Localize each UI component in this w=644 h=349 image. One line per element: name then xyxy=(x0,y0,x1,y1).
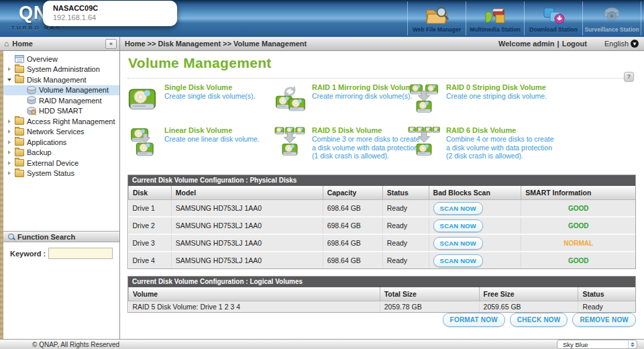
folder-icon xyxy=(14,117,24,125)
check-now-button[interactable]: CHECK NOW xyxy=(510,313,568,327)
raid0-icon xyxy=(408,82,440,115)
scan-now-button[interactable]: SCAN NOW xyxy=(433,237,483,250)
chevron-right-icon xyxy=(8,161,11,165)
function-search-header: Function Search xyxy=(3,231,119,242)
sidebar-item-hdd-smart[interactable]: HDD SMART xyxy=(3,106,119,117)
keyword-input[interactable] xyxy=(48,248,113,259)
station-download[interactable]: Download Station xyxy=(524,1,582,36)
volume-options: Single Disk Volume Create single disk vo… xyxy=(126,82,639,160)
welcome-text: Welcome admin xyxy=(498,40,555,48)
sidebar-item-volume-management[interactable]: Volume Management xyxy=(3,85,119,96)
folder-open-icon xyxy=(14,76,24,83)
logout-link[interactable]: Logout xyxy=(562,40,587,48)
scan-now-button[interactable]: SCAN NOW xyxy=(433,254,483,267)
col-total-size: Total Size xyxy=(380,287,479,301)
smart-status: GOOD xyxy=(521,217,635,234)
language-selector[interactable]: English ▼ xyxy=(604,40,639,48)
scan-now-button[interactable]: SCAN NOW xyxy=(433,219,483,232)
copyright-text: © QNAP, All Rights Reserved xyxy=(32,341,119,348)
disk-icon xyxy=(26,86,36,95)
sidebar-item-external-device[interactable]: External Device xyxy=(3,158,119,168)
table-row: Drive 4 SAMSUNG HD753LJ 1AA0 698.64 GB R… xyxy=(129,252,636,268)
multimedia-station-icon xyxy=(483,5,507,25)
sidebar-item-applications[interactable]: Applications xyxy=(3,137,119,148)
physical-disks-caption: Current Disk Volume Configuration : Phys… xyxy=(128,175,635,186)
breadcrumb[interactable]: Home >> Disk Management >> Volume Manage… xyxy=(125,40,307,48)
folder-icon xyxy=(14,159,24,166)
sidebar: Overview System Administration Disk Mana… xyxy=(3,51,120,339)
sidebar-collapse-button[interactable]: « xyxy=(105,39,117,49)
raid1-icon xyxy=(274,82,306,115)
col-status: Status xyxy=(382,186,429,200)
folder-icon xyxy=(14,170,24,177)
col-smart: SMART Information xyxy=(521,186,635,200)
sidebar-item-raid-management[interactable]: RAID Management xyxy=(3,95,119,106)
option-raid5[interactable]: RAID 5 Disk Volume Combine 3 or more dis… xyxy=(274,125,408,160)
option-raid1-mirroring[interactable]: RAID 1 Mirroring Disk Volume Create mirr… xyxy=(274,82,408,115)
table-row: Drive 1 SAMSUNG HD753LJ 1AA0 698.64 GB R… xyxy=(129,200,636,217)
language-dropdown-icon: ▼ xyxy=(631,40,639,48)
title-divider xyxy=(127,78,632,79)
breadcrumb-bar: Home >> Disk Management >> Volume Manage… xyxy=(120,37,644,51)
sidebar-item-system-status[interactable]: System Status xyxy=(3,168,119,179)
download-station-icon xyxy=(541,5,566,25)
folder-icon xyxy=(14,66,24,73)
col-free-size: Free Size xyxy=(479,287,578,301)
device-ip: 192.168.1.64 xyxy=(53,13,177,21)
help-button[interactable]: ? xyxy=(624,72,634,82)
web-file-manager-icon xyxy=(425,5,449,25)
sidebar-item-access-right-management[interactable]: Access Right Management xyxy=(3,116,119,127)
disk-search-icon xyxy=(26,107,36,115)
overview-icon xyxy=(14,55,24,63)
main-content: Volume Management ? Single Disk Volume C… xyxy=(121,51,644,339)
station-surveillance: Surveillance Station xyxy=(582,1,641,36)
smart-status: GOOD xyxy=(521,200,635,217)
folder-icon xyxy=(14,128,24,136)
remove-now-button[interactable]: REMOVE NOW xyxy=(572,313,636,327)
chevron-right-icon xyxy=(8,119,11,123)
function-search-title: Function Search xyxy=(17,233,75,241)
sidebar-item-disk-management[interactable]: Disk Management xyxy=(3,74,119,85)
option-single-disk-volume[interactable]: Single Disk Volume Create single disk vo… xyxy=(126,82,274,115)
single-disk-icon xyxy=(126,82,158,115)
surveillance-station-icon xyxy=(600,5,624,25)
format-now-button[interactable]: FORMAT NOW xyxy=(443,313,505,327)
chevron-right-icon xyxy=(8,67,11,71)
home-icon: ⌂ xyxy=(4,39,9,48)
keyword-label: Keyword : xyxy=(10,250,46,258)
top-banner: QNAP TURBO NAS Web File Manager Multimed… xyxy=(0,0,644,37)
station-web-file-manager[interactable]: Web File Manager xyxy=(407,1,466,36)
scan-now-button[interactable]: SCAN NOW xyxy=(433,202,483,215)
option-raid0-striping[interactable]: RAID 0 Striping Disk Volume Create one s… xyxy=(408,82,625,115)
sidebar-item-overview[interactable]: Overview xyxy=(3,54,119,64)
chevron-right-icon xyxy=(8,150,11,154)
raid5-icon xyxy=(274,125,306,158)
divider: | xyxy=(557,40,559,48)
sidebar-item-network-services[interactable]: Network Services xyxy=(3,127,119,138)
device-tooltip: NASACC09C 192.168.1.64 xyxy=(43,1,177,26)
physical-disks-table: Current Disk Volume Configuration : Phys… xyxy=(127,174,636,269)
table-row: Drive 3 SAMSUNG HD753LJ 1AA0 698.64 GB R… xyxy=(129,234,636,252)
col-bad-blocks: Bad Blocks Scan xyxy=(429,186,521,200)
folder-icon xyxy=(14,138,24,146)
col-disk: Disk xyxy=(129,186,172,200)
chevron-right-icon xyxy=(8,140,11,144)
sidebar-item-system-administration[interactable]: System Administration xyxy=(3,64,119,75)
device-name: NASACC09C xyxy=(53,4,177,12)
page-title: Volume Management xyxy=(128,55,272,71)
logical-volumes-caption: Current Disk Volume Configuration : Logi… xyxy=(128,277,635,287)
search-icon xyxy=(8,234,14,240)
col-status: Status xyxy=(578,287,635,301)
linear-disk-icon xyxy=(126,125,158,158)
station-multimedia[interactable]: Multimedia Station xyxy=(466,1,524,36)
col-model: Model xyxy=(171,186,323,200)
smart-status: GOOD xyxy=(521,252,635,268)
option-raid6[interactable]: RAID 6 Disk Volume Combine 4 or more dis… xyxy=(408,125,625,160)
option-linear-disk[interactable]: Linear Disk Volume Create one linear dis… xyxy=(126,125,274,160)
chevron-right-icon xyxy=(8,130,11,134)
col-capacity: Capacity xyxy=(323,186,382,200)
theme-select[interactable]: Sky Blue xyxy=(557,340,637,349)
sidebar-header: ⌂ Home « xyxy=(0,37,120,51)
sidebar-item-backup[interactable]: Backup xyxy=(3,148,119,158)
table-row: Drive 2 SAMSUNG HD753LJ 1AA0 698.64 GB R… xyxy=(129,217,636,234)
